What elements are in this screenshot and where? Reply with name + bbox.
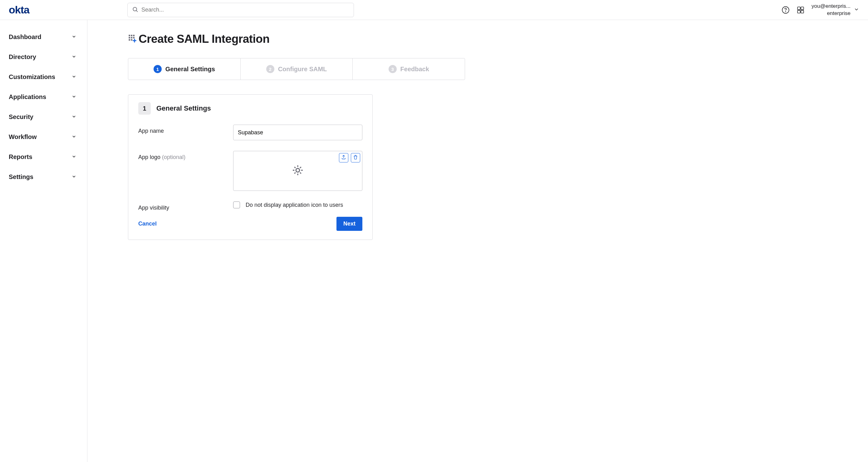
step-label: General Settings bbox=[165, 66, 215, 73]
svg-rect-8 bbox=[129, 35, 130, 36]
chevron-down-icon bbox=[71, 33, 76, 40]
svg-rect-14 bbox=[129, 39, 130, 40]
sidebar-item-dashboard[interactable]: Dashboard bbox=[9, 27, 82, 47]
user-org: enterprise bbox=[811, 10, 850, 17]
sidebar-item-reports[interactable]: Reports bbox=[9, 147, 82, 167]
step-general-settings[interactable]: 1 General Settings bbox=[128, 58, 241, 80]
page-title: Create SAML Integration bbox=[138, 32, 270, 46]
svg-rect-12 bbox=[131, 37, 132, 38]
app-name-input[interactable] bbox=[233, 125, 362, 140]
sidebar-item-directory[interactable]: Directory bbox=[9, 47, 82, 67]
sidebar-item-security[interactable]: Security bbox=[9, 107, 82, 127]
app-visibility-checkbox-label: Do not display application icon to users bbox=[246, 202, 343, 208]
step-number: 3 bbox=[389, 65, 397, 73]
user-menu[interactable]: you@enterpris... enterprise bbox=[811, 3, 859, 17]
svg-rect-11 bbox=[129, 37, 130, 38]
sidebar-item-applications[interactable]: Applications bbox=[9, 87, 82, 107]
sidebar-item-label: Customizations bbox=[9, 74, 55, 81]
upload-icon bbox=[341, 155, 346, 161]
chevron-down-icon bbox=[71, 93, 76, 100]
chevron-down-icon bbox=[71, 173, 76, 180]
svg-rect-6 bbox=[798, 10, 800, 13]
sidebar-item-label: Dashboard bbox=[9, 33, 41, 40]
svg-rect-4 bbox=[798, 7, 800, 10]
sidebar-item-label: Applications bbox=[9, 93, 46, 100]
chevron-down-icon bbox=[854, 6, 859, 13]
svg-line-1 bbox=[136, 10, 137, 11]
app-logo-optional-text: (optional) bbox=[162, 154, 185, 160]
app-integration-icon bbox=[128, 34, 137, 44]
apps-grid-icon[interactable] bbox=[797, 6, 805, 14]
sidebar-item-label: Workflow bbox=[9, 134, 37, 141]
sidebar-item-settings[interactable]: Settings bbox=[9, 167, 82, 187]
step-number: 2 bbox=[266, 65, 274, 73]
trash-icon bbox=[353, 155, 358, 161]
chevron-down-icon bbox=[71, 53, 76, 61]
sidebar-item-label: Security bbox=[9, 113, 33, 121]
chevron-down-icon bbox=[71, 113, 76, 121]
svg-rect-13 bbox=[133, 37, 134, 38]
delete-logo-button[interactable] bbox=[351, 153, 360, 163]
upload-logo-button[interactable] bbox=[339, 153, 348, 163]
chevron-down-icon bbox=[71, 74, 76, 81]
svg-point-16 bbox=[296, 168, 300, 172]
app-name-label: App name bbox=[138, 125, 233, 134]
app-visibility-label: App visibility bbox=[138, 201, 233, 211]
search-input[interactable] bbox=[142, 6, 349, 13]
topbar: okta you@enterpris... enterprise bbox=[0, 0, 868, 20]
next-button[interactable]: Next bbox=[337, 217, 362, 231]
help-icon[interactable] bbox=[781, 6, 790, 14]
panel-step-number: 1 bbox=[138, 102, 151, 115]
global-search[interactable] bbox=[127, 3, 354, 17]
step-label: Feedback bbox=[400, 66, 429, 73]
wizard-steps: 1 General Settings 2 Configure SAML 3 Fe… bbox=[128, 58, 465, 80]
app-logo-label: App logo bbox=[138, 154, 160, 160]
general-settings-panel: 1 General Settings App name App logo (op… bbox=[128, 94, 373, 240]
sidebar-item-label: Directory bbox=[9, 53, 36, 61]
step-configure-saml[interactable]: 2 Configure SAML bbox=[241, 58, 353, 80]
sidebar-item-customizations[interactable]: Customizations bbox=[9, 67, 82, 87]
chevron-down-icon bbox=[71, 153, 76, 161]
cancel-button[interactable]: Cancel bbox=[138, 221, 157, 227]
sidebar-item-workflow[interactable]: Workflow bbox=[9, 127, 82, 147]
chevron-down-icon bbox=[71, 134, 76, 141]
sidebar-item-label: Reports bbox=[9, 153, 32, 161]
svg-rect-7 bbox=[801, 10, 804, 13]
gear-icon bbox=[291, 164, 304, 178]
app-visibility-checkbox[interactable] bbox=[233, 201, 240, 208]
step-label: Configure SAML bbox=[278, 66, 327, 73]
svg-rect-15 bbox=[131, 39, 132, 40]
svg-rect-10 bbox=[133, 35, 134, 36]
sidebar-item-label: Settings bbox=[9, 173, 33, 180]
panel-title: General Settings bbox=[156, 104, 211, 112]
user-email: you@enterpris... bbox=[811, 3, 850, 9]
brand-logo: okta bbox=[9, 4, 87, 16]
svg-rect-9 bbox=[131, 35, 132, 36]
step-feedback[interactable]: 3 Feedback bbox=[353, 58, 465, 80]
svg-rect-5 bbox=[801, 7, 804, 10]
search-icon bbox=[132, 6, 138, 14]
main-content: Create SAML Integration 1 General Settin… bbox=[87, 20, 868, 462]
step-number: 1 bbox=[154, 65, 162, 73]
app-logo-dropzone[interactable] bbox=[233, 151, 362, 191]
sidebar: Dashboard Directory Customizations Appli… bbox=[0, 20, 87, 462]
